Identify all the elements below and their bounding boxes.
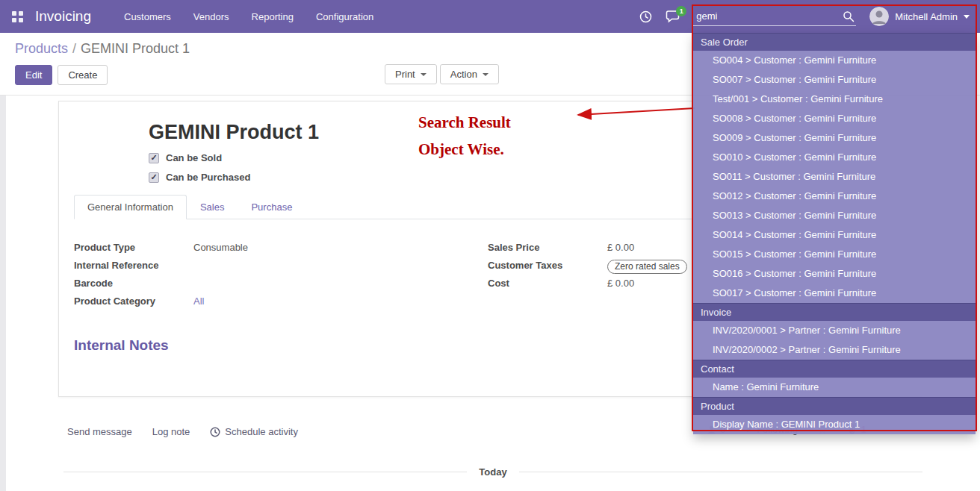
field-value: £ 0.00 [607,242,634,253]
action-button[interactable]: Action [440,64,499,84]
search-result-item[interactable]: SO008 > Customer : Gemini Furniture [693,109,976,128]
field-value: Consumable [193,242,248,253]
field-label: Cost [488,278,607,289]
can-be-purchased-checkbox[interactable] [149,172,159,183]
breadcrumb-current: GEMINI Product 1 [81,41,190,56]
search-result-item[interactable]: SO009 > Customer : Gemini Furniture [693,128,976,148]
user-name-label: Mitchell Admin [895,11,958,22]
schedule-activity-button[interactable]: Schedule activity [210,426,298,437]
navbar-right: 1 Mitchell Admin [639,7,970,26]
can-be-sold-checkbox[interactable] [149,153,159,163]
annotation-line-2: Object Wise. [418,136,511,163]
nav-item-reporting[interactable]: Reporting [252,11,294,22]
global-search [693,7,856,26]
nav-item-configuration[interactable]: Configuration [316,11,373,22]
annotation-text: Search Result Object Wise. [418,109,511,163]
apps-grid-icon [12,11,23,22]
messages-icon[interactable]: 1 [666,10,680,23]
search-result-item[interactable]: SO013 > Customer : Gemini Furniture [693,206,976,225]
search-result-item[interactable]: SO010 > Customer : Gemini Furniture [693,148,976,167]
breadcrumb: Products/GEMINI Product 1 [15,41,190,57]
field-product-type: Product Type Consumable [74,242,488,256]
field-label: Product Category [74,295,193,307]
activities-clock-icon[interactable] [639,10,652,23]
field-label: Customer Taxes [488,260,607,271]
avatar [869,7,889,26]
nav-item-customers[interactable]: Customers [124,11,171,22]
content-left-gutter [0,96,6,491]
search-input[interactable] [693,7,856,26]
search-group-sale-order: Sale Order [693,33,976,51]
today-divider: Today [63,466,922,478]
search-results-dropdown: Sale Order SO004 > Customer : Gemini Fur… [693,33,976,434]
field-internal-reference: Internal Reference [74,260,488,274]
field-value: £ 0.00 [607,278,634,289]
chevron-down-icon [483,73,489,76]
log-note-button[interactable]: Log note [152,426,190,437]
customer-tax-tag: Zero rated sales [607,260,687,274]
annotation-line-1: Search Result [418,109,511,136]
chatter-toolbar: Send message Log note Schedule activity [67,426,298,437]
apps-menu-button[interactable] [9,7,26,27]
divider-line [63,472,467,472]
search-group-invoice: Invoice [693,303,976,321]
search-result-item[interactable]: INV/2020/0001 > Partner : Gemini Furnitu… [693,321,976,340]
app-name[interactable]: Invoicing [35,8,91,25]
create-button[interactable]: Create [58,65,108,85]
search-group-product: Product [693,397,976,415]
search-group-contact: Contact [693,360,976,378]
search-result-item[interactable]: SO017 > Customer : Gemini Furniture [693,284,976,303]
search-result-item[interactable]: Test/001 > Customer : Gemini Furniture [693,90,976,109]
user-menu[interactable]: Mitchell Admin [869,7,970,26]
product-category-link[interactable]: All [193,295,204,307]
search-result-item[interactable]: SO014 > Customer : Gemini Furniture [693,225,976,245]
action-buttons: Print Action [385,64,499,84]
field-label: Barcode [74,278,193,289]
search-icon[interactable] [843,10,855,22]
breadcrumb-products-link[interactable]: Products [15,41,68,56]
action-label: Action [450,69,477,80]
search-result-item[interactable]: INV/2020/0002 > Partner : Gemini Furnitu… [693,340,976,360]
top-navbar: Invoicing Customers Vendors Reporting Co… [0,0,980,33]
message-count-badge: 1 [676,6,686,16]
search-result-item[interactable]: SO016 > Customer : Gemini Furniture [693,264,976,284]
chevron-down-icon [421,73,427,76]
clock-icon [210,427,220,437]
print-button[interactable]: Print [385,64,437,84]
edit-button[interactable]: Edit [15,65,52,85]
divider-line [519,472,922,472]
schedule-activity-label: Schedule activity [225,426,298,437]
can-be-sold-label: Can be Sold [166,152,222,163]
fields-left-column: Product Type Consumable Internal Referen… [74,242,488,313]
can-be-purchased-label: Can be Purchased [166,172,250,183]
send-message-button[interactable]: Send message [67,426,132,437]
field-product-category: Product Category All [74,295,488,310]
nav-item-vendors[interactable]: Vendors [193,11,229,22]
tab-sales[interactable]: Sales [187,195,238,219]
tab-general-information[interactable]: General Information [74,195,187,219]
search-result-item[interactable]: Display Name : GEMINI Product 1 [693,415,976,434]
field-barcode: Barcode [74,278,488,292]
field-label: Internal Reference [74,260,193,271]
search-result-item[interactable]: SO004 > Customer : Gemini Furniture [693,51,976,70]
tab-purchase[interactable]: Purchase [238,195,306,219]
field-label: Product Type [74,242,193,253]
search-result-item[interactable]: SO012 > Customer : Gemini Furniture [693,187,976,206]
today-label: Today [479,466,506,478]
print-label: Print [395,69,415,80]
main-menu: Customers Vendors Reporting Configuratio… [124,11,373,22]
record-buttons: Edit Create [15,65,108,85]
search-result-item[interactable]: SO007 > Customer : Gemini Furniture [693,70,976,90]
field-label: Sales Price [488,242,607,253]
search-result-item[interactable]: Name : Gemini Furniture [693,378,976,397]
search-result-item[interactable]: SO011 > Customer : Gemini Furniture [693,167,976,187]
chevron-down-icon [964,15,970,19]
search-result-item[interactable]: SO015 > Customer : Gemini Furniture [693,245,976,264]
breadcrumb-separator: / [72,41,76,56]
